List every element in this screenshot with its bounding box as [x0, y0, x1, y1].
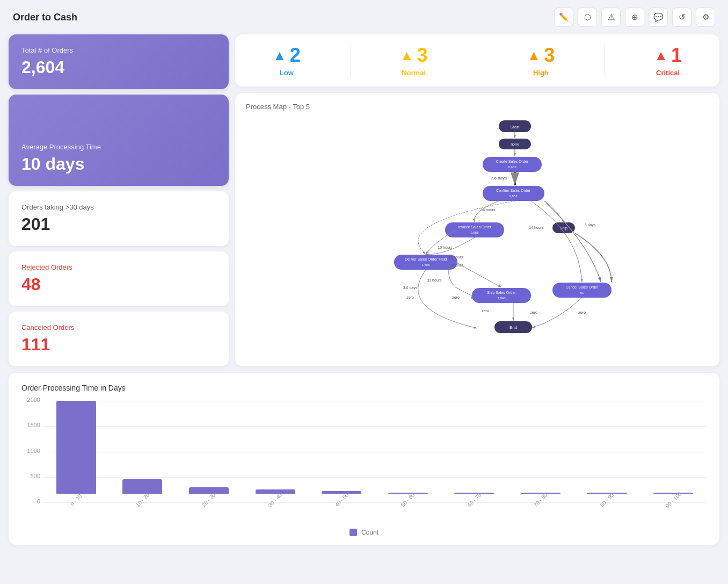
bar-x-label: 10 - 20 — [134, 492, 150, 508]
svg-text:14 hours: 14 hours — [529, 226, 544, 229]
svg-text:6,682: 6,682 — [508, 165, 516, 169]
bar — [521, 493, 560, 494]
svg-text:2,840: 2,840 — [497, 297, 506, 300]
bar-x-label: 60 - 70 — [466, 492, 482, 508]
bar — [454, 493, 494, 494]
bars-container: 0 - 1010 - 2020 - 3030 - 4040 - 5050 - 6… — [43, 401, 707, 503]
bar-x-label: 40 - 50 — [333, 492, 350, 508]
avg-processing-card: Average Processing Time 10 days — [9, 95, 229, 186]
bar-x-label: 50 - 60 — [400, 492, 416, 508]
svg-text:zero: zero — [530, 311, 537, 314]
warning-button[interactable]: ⚠ — [601, 8, 621, 27]
bar-group: 90 - 100 — [640, 401, 707, 503]
bar-group: 60 - 70 — [441, 401, 508, 503]
total-orders-label: Total # of Orders — [21, 46, 216, 54]
alert-critical-label: Critical — [656, 69, 680, 77]
alert-normal-icon: ▲ — [400, 47, 414, 64]
bar-x-label: 20 - 30 — [201, 492, 217, 508]
avg-processing-label: Average Processing Time — [21, 143, 216, 151]
svg-text:Ship Sales Order: Ship Sales Order — [487, 291, 516, 295]
pencil-button[interactable]: ✏️ — [554, 8, 573, 27]
alert-high: ▲ 3 High — [527, 44, 555, 77]
alert-high-count: 3 — [544, 44, 555, 67]
bottom-section: Order Processing Time in Days 2000 1500 … — [0, 373, 728, 553]
grid-label-1000: 1000 — [21, 448, 40, 454]
chat-button[interactable]: 💬 — [649, 8, 668, 27]
svg-text:none: none — [511, 142, 519, 146]
bar-x-label: 80 - 90 — [599, 492, 615, 508]
alert-low-count: 2 — [290, 44, 301, 67]
bar — [587, 493, 627, 494]
right-column: ▲ 2 Low ▲ 3 Normal ▲ 3 High — [235, 34, 719, 366]
bar-group: 30 - 40 — [242, 401, 309, 503]
bar — [322, 491, 361, 494]
bar — [122, 479, 162, 494]
svg-text:16 hours: 16 hours — [481, 208, 496, 212]
long-orders-card: Orders taking >30 days 201 — [9, 191, 229, 246]
svg-text:3,688: 3,688 — [470, 231, 479, 234]
total-orders-value: 2,604 — [21, 57, 216, 77]
svg-text:zero: zero — [406, 295, 414, 299]
svg-text:Confirm Sales Order: Confirm Sales Order — [496, 189, 530, 192]
header: Order to Cash ✏️ ⬡ ⚠ ⊕ 💬 ↺ ⚙ — [0, 0, 728, 34]
grid-label-500: 500 — [21, 473, 40, 479]
total-orders-card: Total # of Orders 2,604 — [9, 34, 229, 89]
svg-text:3.0 days: 3.0 days — [403, 286, 418, 290]
canceled-value: 111 — [21, 335, 216, 355]
alert-low: ▲ 2 Low — [273, 44, 301, 77]
bar-group: 10 - 20 — [110, 401, 176, 503]
svg-text:Create Sales Order: Create Sales Order — [496, 160, 529, 163]
bar-group: 20 - 30 — [176, 401, 242, 503]
page-title: Order to Cash — [13, 12, 77, 23]
bar-x-label: 30 - 40 — [267, 492, 283, 508]
bar-chart-card: Order Processing Time in Days 2000 1500 … — [9, 373, 719, 545]
svg-text:7.6 days: 7.6 days — [491, 176, 507, 181]
bar — [56, 401, 96, 494]
main-content: Total # of Orders 2,604 Average Processi… — [0, 34, 728, 373]
chart-legend: Count — [21, 529, 707, 536]
bar-x-label: 0 - 10 — [69, 493, 83, 507]
circle-plus-button[interactable]: ⊕ — [625, 8, 644, 27]
svg-text:End: End — [509, 325, 517, 330]
avg-processing-value: 10 days — [21, 154, 216, 174]
svg-text:6,852: 6,852 — [509, 194, 518, 198]
toolbar-icons: ✏️ ⬡ ⚠ ⊕ 💬 ↺ ⚙ — [554, 8, 715, 27]
bar — [189, 487, 229, 494]
svg-text:16 hours: 16 hours — [448, 255, 463, 259]
alert-critical: ▲ 1 Critical — [654, 44, 682, 77]
svg-text:32 hours: 32 hours — [427, 278, 442, 282]
refresh-button[interactable]: ↺ — [672, 8, 691, 27]
bar-group: 80 - 90 — [574, 401, 640, 503]
svg-text:zero: zero — [452, 295, 460, 299]
alert-high-icon: ▲ — [527, 47, 541, 64]
divider-1 — [350, 45, 351, 77]
svg-text:Cancel Sales Order: Cancel Sales Order — [565, 285, 599, 289]
rejected-label: Rejected Orders — [21, 263, 216, 271]
layers-button[interactable]: ⬡ — [578, 8, 597, 27]
bar-x-label: 70 - 80 — [533, 492, 549, 508]
bar-group: 50 - 60 — [375, 401, 441, 503]
svg-text:Deliver Sales Order Field: Deliver Sales Order Field — [405, 257, 447, 261]
bar — [256, 489, 295, 494]
alerts-row: ▲ 2 Low ▲ 3 Normal ▲ 3 High — [235, 34, 719, 86]
long-orders-value: 201 — [21, 214, 216, 234]
bar — [653, 493, 693, 494]
svg-text:Start: Start — [511, 125, 520, 129]
alert-normal: ▲ 3 Normal — [400, 44, 428, 77]
alert-high-label: High — [533, 69, 549, 77]
legend-dot — [350, 529, 357, 536]
filter-button[interactable]: ⚙ — [696, 8, 715, 27]
process-map-title: Process Map - Top 5 — [246, 103, 709, 111]
svg-text:zero: zero — [578, 311, 586, 314]
left-column: Total # of Orders 2,604 Average Processi… — [9, 34, 229, 366]
svg-text:Invoice Sales Order: Invoice Sales Order — [458, 225, 491, 229]
alert-low-label: Low — [280, 69, 294, 77]
process-map-card: Process Map - Top 5 Start none Create Sa… — [235, 93, 719, 366]
divider-2 — [477, 45, 477, 77]
process-map-svg: Start none Create Sales Order 6,682 7.6 … — [246, 116, 709, 352]
rejected-orders-card: Rejected Orders 48 — [9, 251, 229, 306]
svg-text:10 hours: 10 hours — [438, 246, 453, 249]
bar-group: 70 - 80 — [507, 401, 574, 503]
canceled-orders-card: Canceled Orders 111 — [9, 312, 229, 366]
bar-group: 40 - 50 — [308, 401, 375, 503]
